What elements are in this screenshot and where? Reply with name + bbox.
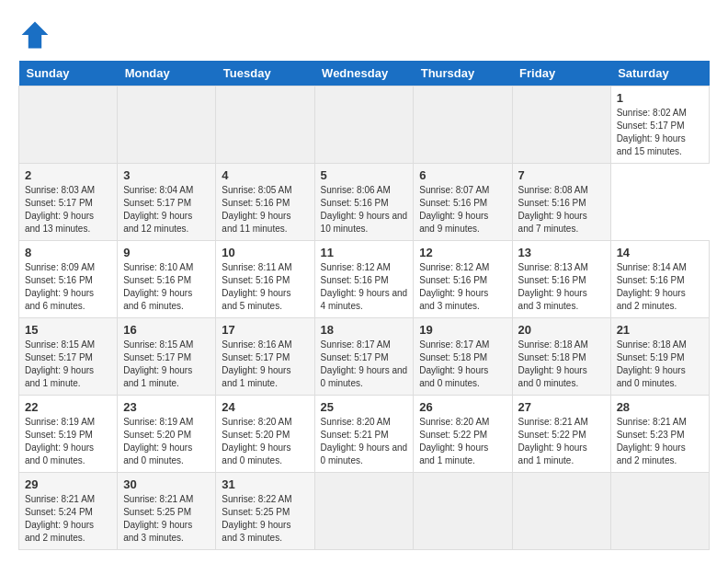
day-number: 17 [222,323,308,337]
week-row-2: 8Sunrise: 8:09 AMSunset: 5:16 PMDaylight… [19,241,710,318]
calendar-cell: 14Sunrise: 8:14 AMSunset: 5:16 PMDayligh… [610,241,709,318]
calendar-cell: 1Sunrise: 8:02 AMSunset: 5:17 PMDaylight… [610,86,709,164]
header-friday: Friday [512,61,610,86]
day-number: 26 [419,400,506,414]
day-number: 7 [518,168,605,182]
day-info: Sunrise: 8:17 AMSunset: 5:18 PMDaylight:… [419,339,506,390]
calendar-cell: 30Sunrise: 8:21 AMSunset: 5:25 PMDayligh… [118,473,216,550]
header-thursday: Thursday [414,61,512,86]
calendar-cell [512,473,610,550]
day-info: Sunrise: 8:21 AMSunset: 5:25 PMDaylight:… [123,493,210,545]
calendar-cell: 17Sunrise: 8:16 AMSunset: 5:17 PMDayligh… [216,318,314,396]
calendar-cell: 25Sunrise: 8:20 AMSunset: 5:21 PMDayligh… [314,396,414,473]
day-number: 3 [123,168,210,182]
week-row-0: 1Sunrise: 8:02 AMSunset: 5:17 PMDaylight… [19,86,710,164]
day-info: Sunrise: 8:06 AMSunset: 5:16 PMDaylight:… [321,184,408,236]
calendar-cell: 19Sunrise: 8:17 AMSunset: 5:18 PMDayligh… [414,318,512,396]
day-number: 13 [518,246,605,259]
calendar-cell: 21Sunrise: 8:18 AMSunset: 5:19 PMDayligh… [610,318,709,396]
day-number: 27 [518,400,605,414]
week-row-1: 2Sunrise: 8:03 AMSunset: 5:17 PMDaylight… [19,164,710,241]
header-sunday: Sunday [19,61,118,86]
calendar-cell: 16Sunrise: 8:15 AMSunset: 5:17 PMDayligh… [118,318,216,396]
day-info: Sunrise: 8:16 AMSunset: 5:17 PMDaylight:… [222,339,308,390]
day-number: 10 [222,246,308,259]
header-monday: Monday [118,61,216,86]
calendar-cell: 5Sunrise: 8:06 AMSunset: 5:16 PMDaylight… [314,164,414,241]
day-info: Sunrise: 8:14 AMSunset: 5:16 PMDaylight:… [617,261,703,313]
calendar-cell: 12Sunrise: 8:12 AMSunset: 5:16 PMDayligh… [414,241,512,318]
day-number: 1 [617,91,703,105]
day-info: Sunrise: 8:12 AMSunset: 5:16 PMDaylight:… [419,261,506,313]
calendar-cell: 13Sunrise: 8:13 AMSunset: 5:16 PMDayligh… [512,241,610,318]
calendar-cell: 15Sunrise: 8:15 AMSunset: 5:17 PMDayligh… [19,318,118,396]
header-wednesday: Wednesday [314,61,414,86]
calendar-cell [314,86,414,164]
calendar-cell [118,86,216,164]
day-number: 14 [617,246,703,259]
calendar-cell: 31Sunrise: 8:22 AMSunset: 5:25 PMDayligh… [216,473,314,550]
day-info: Sunrise: 8:20 AMSunset: 5:20 PMDaylight:… [222,416,308,467]
calendar-cell: 11Sunrise: 8:12 AMSunset: 5:16 PMDayligh… [314,241,414,318]
day-number: 8 [25,246,111,259]
day-info: Sunrise: 8:19 AMSunset: 5:20 PMDaylight:… [123,416,210,467]
day-info: Sunrise: 8:05 AMSunset: 5:16 PMDaylight:… [222,184,308,236]
header-saturday: Saturday [610,61,709,86]
calendar-cell [19,86,118,164]
day-number: 6 [419,168,506,182]
day-info: Sunrise: 8:02 AMSunset: 5:17 PMDaylight:… [617,107,703,158]
calendar-cell [314,473,414,550]
calendar-cell: 20Sunrise: 8:18 AMSunset: 5:18 PMDayligh… [512,318,610,396]
day-info: Sunrise: 8:12 AMSunset: 5:16 PMDaylight:… [321,261,408,313]
day-info: Sunrise: 8:07 AMSunset: 5:16 PMDaylight:… [419,184,506,236]
week-row-3: 15Sunrise: 8:15 AMSunset: 5:17 PMDayligh… [19,318,710,396]
calendar-cell: 6Sunrise: 8:07 AMSunset: 5:16 PMDaylight… [414,164,512,241]
day-number: 31 [222,477,308,491]
svg-marker-0 [22,22,49,49]
day-number: 22 [25,400,111,414]
day-number: 30 [123,477,210,491]
calendar-cell [512,86,610,164]
day-number: 2 [25,168,111,182]
calendar-cell: 26Sunrise: 8:20 AMSunset: 5:22 PMDayligh… [414,396,512,473]
day-info: Sunrise: 8:09 AMSunset: 5:16 PMDaylight:… [25,261,111,313]
logo-icon [18,18,51,52]
calendar-table: SundayMondayTuesdayWednesdayThursdayFrid… [18,61,710,550]
day-info: Sunrise: 8:21 AMSunset: 5:22 PMDaylight:… [518,416,605,467]
calendar-cell: 9Sunrise: 8:10 AMSunset: 5:16 PMDaylight… [118,241,216,318]
day-info: Sunrise: 8:04 AMSunset: 5:17 PMDaylight:… [123,184,210,236]
day-number: 28 [617,400,703,414]
day-number: 25 [321,400,408,414]
day-info: Sunrise: 8:22 AMSunset: 5:25 PMDaylight:… [222,493,308,545]
day-number: 21 [617,323,703,337]
day-number: 29 [25,477,111,491]
day-info: Sunrise: 8:15 AMSunset: 5:17 PMDaylight:… [123,339,210,390]
calendar-cell [610,473,709,550]
day-number: 20 [518,323,605,337]
day-info: Sunrise: 8:21 AMSunset: 5:24 PMDaylight:… [25,493,111,545]
calendar-cell: 18Sunrise: 8:17 AMSunset: 5:17 PMDayligh… [314,318,414,396]
calendar-cell [216,86,314,164]
week-row-5: 29Sunrise: 8:21 AMSunset: 5:24 PMDayligh… [19,473,710,550]
calendar-cell: 23Sunrise: 8:19 AMSunset: 5:20 PMDayligh… [118,396,216,473]
calendar-cell: 24Sunrise: 8:20 AMSunset: 5:20 PMDayligh… [216,396,314,473]
page-header [18,18,710,52]
day-info: Sunrise: 8:11 AMSunset: 5:16 PMDaylight:… [222,261,308,313]
day-info: Sunrise: 8:17 AMSunset: 5:17 PMDaylight:… [321,339,408,390]
calendar-cell: 29Sunrise: 8:21 AMSunset: 5:24 PMDayligh… [19,473,118,550]
week-row-4: 22Sunrise: 8:19 AMSunset: 5:19 PMDayligh… [19,396,710,473]
day-number: 12 [419,246,506,259]
calendar-cell [414,473,512,550]
calendar-cell: 3Sunrise: 8:04 AMSunset: 5:17 PMDaylight… [118,164,216,241]
day-number: 24 [222,400,308,414]
calendar-cell: 28Sunrise: 8:21 AMSunset: 5:23 PMDayligh… [610,396,709,473]
day-info: Sunrise: 8:15 AMSunset: 5:17 PMDaylight:… [25,339,111,390]
day-info: Sunrise: 8:19 AMSunset: 5:19 PMDaylight:… [25,416,111,467]
calendar-cell: 7Sunrise: 8:08 AMSunset: 5:16 PMDaylight… [512,164,610,241]
day-info: Sunrise: 8:13 AMSunset: 5:16 PMDaylight:… [518,261,605,313]
header-tuesday: Tuesday [216,61,314,86]
day-number: 11 [321,246,408,259]
calendar-cell: 2Sunrise: 8:03 AMSunset: 5:17 PMDaylight… [19,164,118,241]
day-info: Sunrise: 8:03 AMSunset: 5:17 PMDaylight:… [25,184,111,236]
logo [18,18,57,52]
